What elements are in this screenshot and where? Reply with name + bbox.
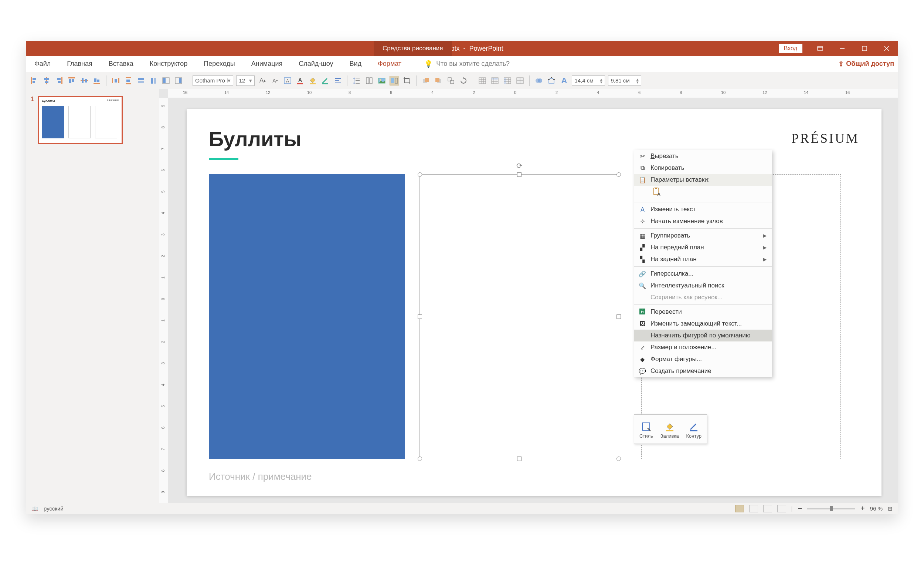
resize-handle[interactable] xyxy=(417,457,422,461)
resize-handle[interactable] xyxy=(617,172,621,177)
align-right-icon[interactable] xyxy=(54,76,64,86)
align-center-h-icon[interactable] xyxy=(42,76,51,86)
zoom-value[interactable]: 96 % xyxy=(870,505,883,512)
font-select[interactable]: Gotham Pro l▾ xyxy=(193,76,233,86)
cm-new-comment[interactable]: 💬Создать примечание xyxy=(634,365,772,377)
cm-format-shape[interactable]: ◆Формат фигуры... xyxy=(634,353,772,365)
zoom-out-button[interactable]: − xyxy=(798,504,802,513)
mini-fill-button[interactable]: Заливка xyxy=(660,421,679,439)
cm-translate[interactable]: 🅰Перевести xyxy=(634,306,772,318)
tab-home[interactable]: Главная xyxy=(59,56,101,72)
resize-handle[interactable] xyxy=(517,457,521,461)
cm-group[interactable]: ▦Группировать▶ xyxy=(634,230,772,242)
distribute-v-icon[interactable] xyxy=(124,76,133,86)
increase-font-icon[interactable]: A▴ xyxy=(257,76,267,86)
drawing-tools-tab[interactable]: Средства рисования xyxy=(374,41,452,56)
tab-transitions[interactable]: Переходы xyxy=(196,56,243,72)
mini-outline-button[interactable]: Контур xyxy=(686,421,701,439)
table-icon-1[interactable] xyxy=(477,76,487,86)
tab-file[interactable]: Файл xyxy=(26,56,59,72)
bring-forward-icon[interactable] xyxy=(421,76,431,86)
cm-smart-lookup[interactable]: 🔍Интеллектуальный поиск xyxy=(634,280,772,291)
cm-cut[interactable]: ✂Вырезать xyxy=(634,150,772,162)
share-button[interactable]: ⇪ Общий доступ xyxy=(838,56,894,72)
edit-shape-icon[interactable] xyxy=(547,76,556,86)
ribbon-display-icon[interactable] xyxy=(809,41,831,56)
text-align-icon[interactable] xyxy=(333,76,343,86)
cm-edit-points[interactable]: ✧Начать изменение узлов xyxy=(634,215,772,227)
rotate-handle-icon[interactable]: ⟳ xyxy=(516,161,523,170)
picture-icon[interactable] xyxy=(377,76,387,86)
resize-handle[interactable] xyxy=(417,172,422,177)
shape-width-input[interactable]: 9,81 см▴▾ xyxy=(608,76,641,86)
minimize-icon[interactable] xyxy=(831,41,853,56)
fit-to-window-button[interactable]: ⊞ xyxy=(888,505,893,512)
send-backward-icon[interactable] xyxy=(434,76,443,86)
tab-design[interactable]: Конструктор xyxy=(142,56,196,72)
horizontal-ruler[interactable]: 1614121086420246810121416 xyxy=(168,89,898,98)
mini-style-button[interactable]: Стиль xyxy=(639,421,653,439)
slide[interactable]: Буллиты PRÉSIUM ⟳ xyxy=(186,109,881,496)
close-icon[interactable] xyxy=(876,41,898,56)
collapse-ribbon-icon[interactable] xyxy=(885,76,895,86)
source-note[interactable]: Источник / примечание xyxy=(209,471,312,482)
picture-layout-icon[interactable] xyxy=(389,76,399,86)
merge-shapes-icon[interactable] xyxy=(534,76,544,86)
slideshow-view-button[interactable] xyxy=(777,505,786,512)
vertical-ruler[interactable]: 9876543210123456789 xyxy=(159,98,168,503)
tell-me[interactable]: 💡 Что вы хотите сделать? xyxy=(424,56,510,72)
zoom-knob[interactable] xyxy=(830,506,833,511)
slide-canvas[interactable]: Буллиты PRÉSIUM ⟳ xyxy=(168,98,898,503)
tab-slideshow[interactable]: Слайд-шоу xyxy=(290,56,341,72)
crop-icon[interactable] xyxy=(402,76,412,86)
dock-right-icon[interactable] xyxy=(174,76,183,86)
language-label[interactable]: русский xyxy=(44,505,64,512)
normal-view-button[interactable] xyxy=(735,505,744,512)
text-effects-icon[interactable]: A xyxy=(559,76,569,86)
cm-alt-text[interactable]: 🖼Изменить замещающий текст... xyxy=(634,318,772,329)
spacing-icon[interactable] xyxy=(352,76,361,86)
dock-left-icon[interactable] xyxy=(161,76,171,86)
table-icon-3[interactable] xyxy=(503,76,512,86)
slide-thumbnail-panel[interactable]: 1 Буллиты PRESIUM xyxy=(26,89,159,503)
align-top-icon[interactable] xyxy=(67,76,76,86)
sorter-view-button[interactable] xyxy=(749,505,758,512)
selected-placeholder[interactable]: ⟳ xyxy=(419,174,619,459)
decrease-font-icon[interactable]: A▾ xyxy=(270,76,280,86)
slide-thumbnail[interactable]: Буллиты PRESIUM xyxy=(38,96,123,144)
shape-outline-icon[interactable] xyxy=(320,76,330,86)
cm-bring-to-front[interactable]: ▞На передний план▶ xyxy=(634,242,772,253)
table-icon-2[interactable] xyxy=(490,76,500,86)
align-left-icon[interactable] xyxy=(29,76,39,86)
maximize-icon[interactable] xyxy=(853,41,876,56)
distribute-h-icon[interactable] xyxy=(111,76,120,86)
spellcheck-icon[interactable]: 📖 xyxy=(31,505,38,512)
cm-paste-keep-text[interactable]: A xyxy=(634,186,772,201)
zoom-slider[interactable] xyxy=(807,508,855,510)
align-middle-icon[interactable] xyxy=(79,76,89,86)
cm-edit-text[interactable]: A̲Изменить текст xyxy=(634,204,772,215)
spinner-icon[interactable]: ▴▾ xyxy=(637,78,639,84)
rotate-icon[interactable] xyxy=(459,76,468,86)
cm-size-position[interactable]: ⤢Размер и положение... xyxy=(634,341,772,353)
spinner-icon[interactable]: ▴▾ xyxy=(600,78,602,84)
columns-icon[interactable] xyxy=(365,76,374,86)
login-button[interactable]: Вход xyxy=(779,44,802,53)
resize-handle[interactable] xyxy=(617,457,621,461)
same-width-icon[interactable] xyxy=(136,76,146,86)
group-icon[interactable] xyxy=(446,76,456,86)
slide-title[interactable]: Буллиты xyxy=(209,127,302,151)
text-fit-icon[interactable]: A xyxy=(283,76,292,86)
cm-set-default-shape[interactable]: Назначить фигурой по умолчанию xyxy=(634,329,772,341)
font-size-select[interactable]: 12▾ xyxy=(236,76,255,86)
cm-hyperlink[interactable]: 🔗Гиперссылка... xyxy=(634,268,772,280)
cm-send-to-back[interactable]: ▚На задний план▶ xyxy=(634,253,772,265)
same-height-icon[interactable] xyxy=(148,76,158,86)
tab-format[interactable]: Формат xyxy=(370,56,409,72)
resize-handle[interactable] xyxy=(517,172,521,177)
reading-view-button[interactable] xyxy=(763,505,772,512)
shape-height-input[interactable]: 14,4 см▴▾ xyxy=(572,76,605,86)
resize-handle[interactable] xyxy=(417,315,422,319)
shape-fill-icon[interactable] xyxy=(308,76,317,86)
font-color-icon[interactable]: A xyxy=(295,76,305,86)
